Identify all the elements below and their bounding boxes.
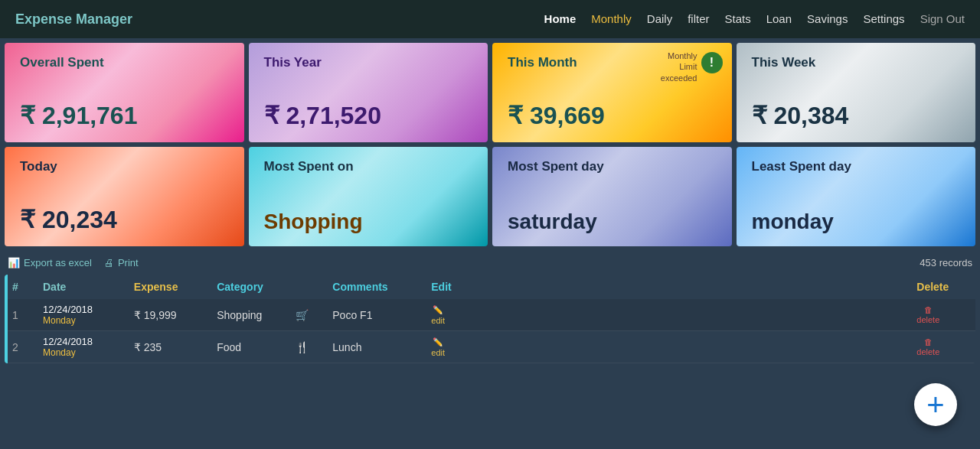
- print-button[interactable]: 🖨 Print: [104, 257, 139, 268]
- col-comments: Comments: [325, 275, 423, 299]
- nav-savings[interactable]: Savings: [807, 12, 848, 25]
- card-week: This Week ₹ 20,384: [737, 43, 976, 142]
- app-brand: Expense Manager: [15, 11, 544, 28]
- edit-label: edit: [431, 348, 445, 357]
- nav-filter[interactable]: filter: [688, 12, 709, 25]
- category-icon-cell: 🍴: [294, 331, 325, 363]
- trash-icon: 🗑: [924, 305, 933, 314]
- print-label: Print: [118, 257, 139, 268]
- table-area: 📊 Export as excel 🖨 Print 453 records # …: [0, 251, 980, 368]
- row-num: 1: [5, 299, 35, 331]
- col-category: Category: [209, 275, 325, 299]
- card-year: This Year ₹ 2,71,520: [249, 43, 488, 142]
- nav-loan[interactable]: Loan: [766, 12, 792, 25]
- warning-icon: !: [701, 52, 723, 73]
- edit-icon: ✏️: [433, 305, 443, 315]
- card-month: This Month ! MonthlyLimitexceeded ₹ 39,6…: [492, 43, 732, 142]
- nav-stats[interactable]: Stats: [724, 12, 750, 25]
- card-week-title: This Week: [752, 55, 961, 70]
- card-mostcat-title: Most Spent on: [264, 159, 473, 174]
- comment-cell: Lunch: [325, 331, 423, 363]
- card-today-title: Today: [20, 159, 229, 174]
- col-num: #: [5, 275, 35, 299]
- export-label: Export as excel: [24, 257, 92, 268]
- card-year-title: This Year: [264, 55, 473, 70]
- table-row: 1 12/24/2018 Monday ₹ 19,999 Shopping 🛒 …: [5, 299, 975, 331]
- delete-label: delete: [916, 315, 939, 324]
- add-expense-fab[interactable]: +: [914, 383, 957, 426]
- card-mostday-value: saturday: [508, 210, 717, 234]
- card-mostcat-value: Shopping: [264, 210, 473, 234]
- card-week-value: ₹ 20,384: [752, 101, 961, 130]
- delete-cell: 🗑 delete: [909, 331, 975, 363]
- date-day: Monday: [43, 347, 119, 358]
- navbar: Expense Manager Home Monthly Daily filte…: [0, 0, 980, 38]
- card-year-value: ₹ 2,71,520: [264, 101, 473, 130]
- table-header: # Date Expense Category Comments Edit De…: [5, 275, 975, 299]
- edit-button[interactable]: ✏️ edit: [431, 337, 445, 357]
- date-day: Monday: [43, 315, 119, 326]
- edit-icon: ✏️: [433, 337, 443, 347]
- nav-home[interactable]: Home: [544, 12, 577, 25]
- card-overall: Overall Spent ₹ 2,91,761: [5, 43, 244, 142]
- col-delete: Delete: [909, 275, 975, 299]
- card-mostday-title: Most Spent day: [508, 159, 717, 174]
- expense-table: # Date Expense Category Comments Edit De…: [5, 275, 975, 363]
- category-icon-cell: 🛒: [294, 299, 325, 331]
- records-count: 453 records: [920, 257, 972, 268]
- expense-value: ₹ 235: [126, 331, 209, 363]
- table-left-accent: [5, 275, 8, 363]
- col-expense: Expense: [126, 275, 209, 299]
- nav-settings[interactable]: Settings: [863, 12, 904, 25]
- monthly-limit-text: MonthlyLimitexceeded: [661, 50, 697, 83]
- delete-cell: 🗑 delete: [909, 299, 975, 331]
- col-date: Date: [35, 275, 126, 299]
- card-mostday: Most Spent day saturday: [492, 147, 732, 246]
- card-month-value: ₹ 39,669: [508, 101, 717, 130]
- card-overall-value: ₹ 2,91,761: [20, 101, 229, 130]
- nav-signout[interactable]: Sign Out: [920, 12, 965, 25]
- cards-grid: Overall Spent ₹ 2,91,761 This Year ₹ 2,7…: [0, 38, 980, 251]
- comment-cell: Poco F1: [325, 299, 423, 331]
- card-mostcat: Most Spent on Shopping: [249, 147, 488, 246]
- date-cell: 12/24/2018 Monday: [35, 299, 126, 331]
- table-body: 1 12/24/2018 Monday ₹ 19,999 Shopping 🛒 …: [5, 299, 975, 363]
- print-icon: 🖨: [104, 257, 114, 268]
- delete-button[interactable]: 🗑 delete: [916, 337, 939, 356]
- table-toolbar: 📊 Export as excel 🖨 Print 453 records: [5, 251, 975, 275]
- nav-daily[interactable]: Daily: [647, 12, 672, 25]
- col-edit: Edit: [423, 275, 909, 299]
- plus-icon: +: [926, 389, 944, 420]
- delete-label: delete: [916, 347, 939, 356]
- excel-icon: 📊: [8, 257, 20, 268]
- date-cell: 12/24/2018 Monday: [35, 331, 126, 363]
- expense-value: ₹ 19,999: [126, 299, 209, 331]
- nav-links: Home Monthly Daily filter Stats Loan Sav…: [544, 12, 965, 26]
- delete-button[interactable]: 🗑 delete: [916, 305, 939, 324]
- card-today-value: ₹ 20,234: [20, 205, 229, 234]
- export-excel-button[interactable]: 📊 Export as excel: [8, 257, 92, 268]
- card-today: Today ₹ 20,234: [5, 147, 244, 246]
- toolbar-left: 📊 Export as excel 🖨 Print: [8, 257, 139, 268]
- card-leastday-value: monday: [752, 210, 961, 234]
- edit-button[interactable]: ✏️ edit: [431, 305, 445, 325]
- table-row: 2 12/24/2018 Monday ₹ 235 Food 🍴 Lunch ✏…: [5, 331, 975, 363]
- edit-cell: ✏️ edit: [423, 331, 909, 363]
- nav-monthly[interactable]: Monthly: [591, 12, 632, 25]
- edit-cell: ✏️ edit: [423, 299, 909, 331]
- date-value: 12/24/2018: [43, 304, 119, 315]
- row-num: 2: [5, 331, 35, 363]
- card-leastday: Least Spent day monday: [737, 147, 976, 246]
- card-leastday-title: Least Spent day: [752, 159, 961, 174]
- category-cell: Food: [209, 331, 294, 363]
- card-overall-title: Overall Spent: [20, 55, 229, 70]
- date-value: 12/24/2018: [43, 336, 119, 347]
- edit-label: edit: [431, 316, 445, 325]
- category-cell: Shopping: [209, 299, 294, 331]
- trash-icon: 🗑: [924, 337, 933, 347]
